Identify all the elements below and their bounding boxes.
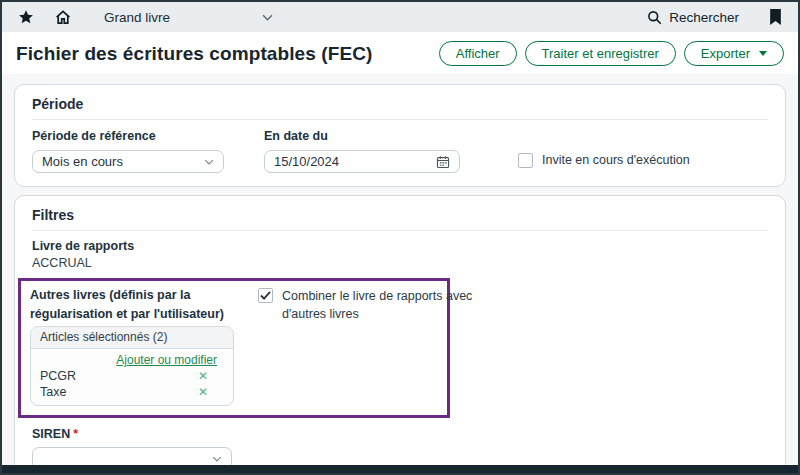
nav-menu-label: Grand livre (104, 10, 170, 25)
as-of-date-input[interactable]: 15/10/2024 (264, 150, 460, 173)
selected-item-label: PCGR (40, 369, 76, 383)
search-label: Rechercher (669, 10, 739, 25)
livre-rapports-label: Livre de rapports (32, 239, 768, 253)
reference-period-select[interactable]: Mois en cours (32, 150, 224, 173)
selected-items-header: Articles sélectionnés (2) (31, 327, 233, 349)
search-button[interactable]: Rechercher (647, 10, 739, 25)
siren-label: SIREN* (32, 427, 768, 441)
page-header: Fichier des écritures comptables (FEC) A… (2, 32, 798, 74)
chevron-down-icon (212, 456, 222, 462)
chevron-down-icon (262, 14, 273, 21)
list-item: Taxe ✕ (40, 384, 224, 400)
remove-icon[interactable]: ✕ (198, 386, 208, 398)
favorite-star-icon[interactable] (18, 9, 34, 25)
selected-item-label: Taxe (40, 385, 66, 399)
traiter-enregistrer-button[interactable]: Traiter et enregistrer (525, 41, 676, 66)
filtres-section: Filtres Livre de rapports ACCRUAL Autres… (14, 195, 786, 475)
app-window: Grand livre Rechercher Fichier des écrit… (0, 0, 800, 475)
as-of-date-value: 15/10/2024 (274, 154, 339, 169)
livre-rapports-value: ACCRUAL (32, 256, 768, 270)
chevron-down-icon (204, 159, 214, 165)
bottom-bar (2, 465, 798, 473)
exporter-button[interactable]: Exporter (684, 41, 784, 66)
reference-period-value: Mois en cours (42, 154, 123, 169)
checkbox-box (518, 153, 533, 168)
invite-checkbox[interactable]: Invite en cours d'exécution (518, 153, 690, 168)
topbar: Grand livre Rechercher (2, 2, 798, 32)
reference-period-field: Période de référence Mois en cours (32, 129, 224, 173)
main-content: Période Période de référence Mois en cou… (2, 74, 798, 475)
required-asterisk: * (73, 427, 78, 441)
autres-livres-field: Autres livres (définis par la régularisa… (30, 285, 234, 406)
check-icon (260, 291, 271, 300)
invite-checkbox-label: Invite en cours d'exécution (542, 153, 690, 167)
filtres-section-title: Filtres (32, 202, 768, 231)
combine-ledgers-label: Combiner le livre de rapports avec d'aut… (282, 288, 490, 323)
periode-section-title: Période (32, 91, 768, 120)
autres-livres-highlight: Autres livres (définis par la régularisa… (18, 278, 450, 418)
combine-ledgers-checkbox[interactable]: Combiner le livre de rapports avec d'aut… (258, 288, 490, 323)
as-of-date-label: En date du (264, 129, 460, 143)
list-item: PCGR ✕ (40, 368, 224, 384)
caret-down-icon (759, 51, 767, 56)
checkbox-box-checked (258, 288, 273, 303)
as-of-date-field: En date du 15/10/2024 (264, 129, 460, 173)
reference-period-label: Période de référence (32, 129, 224, 143)
remove-icon[interactable]: ✕ (198, 370, 208, 382)
calendar-icon[interactable] (436, 155, 450, 169)
afficher-button[interactable]: Afficher (439, 41, 517, 66)
home-icon[interactable] (54, 9, 72, 26)
page-title: Fichier des écritures comptables (FEC) (16, 43, 372, 65)
bookmark-icon[interactable] (769, 9, 782, 25)
selected-items-body: Ajouter ou modifier PCGR ✕ Taxe ✕ (31, 349, 233, 405)
header-actions: Afficher Traiter et enregistrer Exporter (439, 41, 784, 66)
autres-livres-label: Autres livres (définis par la régularisa… (30, 288, 224, 321)
selected-items-panel: Articles sélectionnés (2) Ajouter ou mod… (30, 326, 234, 406)
periode-section: Période Période de référence Mois en cou… (14, 84, 786, 187)
search-icon (647, 10, 662, 25)
ledger-nav-menu[interactable]: Grand livre (104, 10, 273, 25)
add-or-edit-link[interactable]: Ajouter ou modifier (116, 353, 217, 367)
